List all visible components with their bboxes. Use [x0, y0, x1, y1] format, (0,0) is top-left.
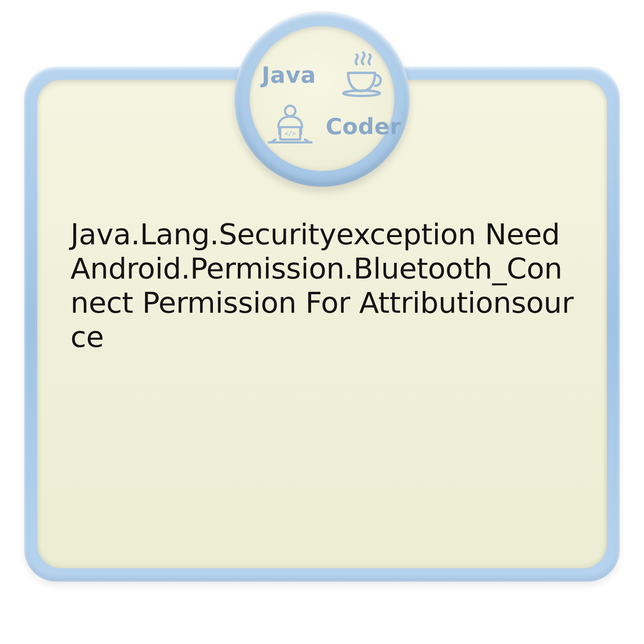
- java-coffee-icon: [339, 50, 387, 99]
- logo-badge-inner: Java: [250, 26, 394, 171]
- coder-person-icon: </>: [264, 102, 316, 150]
- card-stage: Java: [0, 0, 644, 644]
- logo-text-coder: Coder: [324, 113, 401, 139]
- logo-text-java: Java: [262, 62, 319, 88]
- svg-point-1: [285, 106, 295, 116]
- svg-point-0: [343, 91, 380, 96]
- error-message-text: Java.Lang.Securityexception Need Android…: [70, 217, 574, 354]
- svg-text:</>: </>: [285, 130, 296, 137]
- logo-grid: Java: [262, 50, 382, 147]
